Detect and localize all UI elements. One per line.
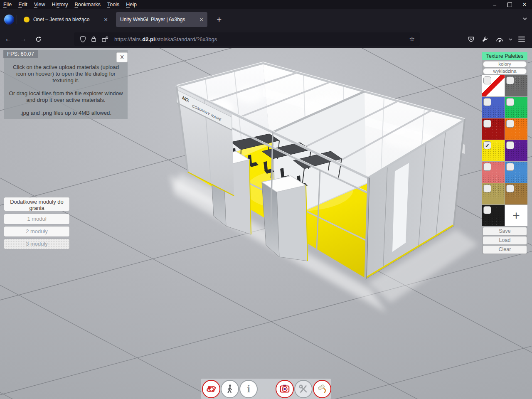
menu-help[interactable]: Help	[123, 0, 140, 9]
close-window-button[interactable]: ×	[517, 0, 532, 9]
walk-mode-button[interactable]	[221, 380, 239, 398]
texture-swatch-dark-red-carpet[interactable]	[482, 118, 505, 140]
modules-header-button[interactable]: Dodatkowe moduły do grania	[4, 197, 69, 211]
paint-roller-icon	[316, 383, 328, 395]
url-text[interactable]: https://fairs.d2.pl/stoiskaStandard/?6x3…	[114, 36, 408, 42]
info-panel-close-button[interactable]: X	[116, 52, 128, 62]
menu-history[interactable]: History	[49, 0, 71, 9]
swatch-checkbox[interactable]	[506, 120, 514, 128]
menu-bookmarks[interactable]: Bookmarks	[71, 0, 104, 9]
pocket-icon[interactable]	[465, 33, 477, 45]
tab-onet[interactable]: Onet – Jesteś na bieżąco ×	[20, 12, 112, 27]
menu-tools[interactable]: Tools	[104, 0, 123, 9]
orbit-mode-button[interactable]	[202, 380, 220, 398]
menu-hamburger-icon[interactable]	[515, 33, 528, 45]
new-tab-button[interactable]: +	[212, 12, 227, 27]
swatch-checkbox[interactable]	[506, 185, 514, 192]
palette-title: Texture Palettes	[482, 52, 527, 60]
info-button[interactable]: i	[239, 380, 258, 398]
info-panel: X Click on the active upload materials (…	[4, 50, 128, 119]
module-button-3[interactable]: 3 moduły	[4, 239, 69, 249]
clear-button[interactable]: Clear	[483, 246, 527, 254]
camera-icon	[279, 383, 291, 395]
swatch-checkbox[interactable]	[506, 98, 514, 106]
tab-close-icon[interactable]: ×	[104, 17, 108, 22]
texture-swatch-green-carpet[interactable]	[505, 97, 527, 118]
swatch-grid: ✓+	[482, 75, 527, 226]
maximize-button[interactable]	[502, 0, 517, 9]
info-text: Or drag local files from the file explor…	[7, 90, 124, 103]
swatch-checkbox[interactable]	[483, 76, 491, 84]
swatch-checkbox[interactable]: ✓	[483, 141, 491, 149]
browser-chrome: FileEditViewHistoryBookmarksToolsHelp – …	[0, 0, 532, 48]
palette-tab-wykladzina[interactable]: wykladzina	[483, 68, 527, 74]
menu-edit[interactable]: Edit	[15, 0, 31, 9]
fps-counter: FPS: 60.07	[3, 50, 38, 58]
tab-unity-webgl[interactable]: Unity WebGL Player | 6x3bgs ×	[116, 12, 207, 27]
navigation-bar: ← → https://fairs.d2.pl/stoiskaStandard/…	[0, 30, 532, 48]
chevron-down-icon[interactable]	[507, 33, 514, 45]
info-icon: i	[247, 384, 250, 394]
texture-swatch-grey-carpet[interactable]	[505, 75, 527, 96]
menu-file[interactable]: File	[0, 0, 15, 9]
tab-close-icon[interactable]: ×	[200, 17, 203, 22]
texture-swatch-khaki-carpet[interactable]	[482, 183, 505, 204]
tools-icon	[298, 383, 309, 395]
menu-bar: FileEditViewHistoryBookmarksToolsHelp – …	[0, 0, 532, 9]
texture-swatch-salmon-carpet[interactable]	[482, 162, 505, 183]
tools-button[interactable]	[294, 380, 313, 398]
menu-view[interactable]: View	[31, 0, 49, 9]
swatch-checkbox[interactable]	[506, 163, 514, 171]
swatch-checkbox[interactable]	[483, 163, 491, 171]
texture-swatch-yellow-carpet[interactable]: ✓	[482, 140, 505, 161]
back-button[interactable]: ←	[2, 33, 15, 45]
texture-swatch-brown-carpet[interactable]	[505, 183, 527, 204]
texture-swatch-add-texture[interactable]: +	[505, 205, 527, 226]
tab-title: Onet – Jesteś na bieżąco	[33, 17, 100, 22]
swatch-checkbox[interactable]	[506, 76, 514, 84]
bottom-toolbar: i	[201, 379, 331, 399]
forward-button[interactable]: →	[17, 33, 30, 45]
bookmark-star-icon[interactable]: ☆	[408, 35, 416, 43]
orbit-icon	[205, 383, 217, 395]
lock-icon[interactable]	[91, 36, 96, 42]
texture-swatch-blue-carpet[interactable]	[482, 97, 505, 118]
reload-button[interactable]	[32, 33, 45, 45]
texture-swatch-light-blue-carpet[interactable]	[505, 162, 527, 183]
texture-swatch-no-texture[interactable]	[482, 75, 505, 96]
module-buttons-panel: Dodatkowe moduły do grania 1 moduł2 modu…	[4, 197, 69, 251]
walk-icon	[224, 384, 235, 394]
info-text: Click on the active upload materials (up…	[7, 64, 124, 84]
swatch-checkbox[interactable]	[506, 141, 514, 149]
texture-swatch-orange-carpet[interactable]	[505, 118, 527, 140]
texture-swatch-black-carpet[interactable]	[482, 205, 505, 226]
shield-icon[interactable]	[80, 36, 86, 43]
tab-separator	[17, 15, 17, 24]
wrench-icon[interactable]	[479, 33, 491, 45]
load-button[interactable]: Load	[483, 236, 527, 244]
list-all-tabs-chevron-icon[interactable]	[522, 16, 528, 23]
module-button-1[interactable]: 1 moduł	[4, 214, 69, 224]
tab-title: Unity WebGL Player | 6x3bgs	[120, 17, 195, 22]
tab-bar: Onet – Jesteś na bieżąco × Unity WebGL P…	[0, 9, 532, 30]
module-button-2[interactable]: 2 moduły	[4, 227, 69, 236]
texture-swatch-purple-carpet[interactable]	[505, 140, 527, 161]
onet-favicon	[24, 17, 30, 22]
screenshot-button[interactable]	[276, 380, 294, 398]
minimize-button[interactable]: –	[487, 0, 502, 9]
window-controls: – ×	[487, 0, 532, 9]
paint-mode-button[interactable]	[313, 380, 331, 398]
swatch-checkbox[interactable]	[483, 206, 491, 214]
firefox-icon	[4, 15, 14, 25]
swatch-checkbox[interactable]	[483, 98, 491, 106]
headset-icon[interactable]	[493, 33, 505, 45]
toolbar-right	[463, 33, 528, 45]
palette-tab-kolory[interactable]: kolory	[483, 61, 527, 67]
swatch-checkbox[interactable]	[483, 120, 491, 128]
info-text: .jpg and .png files up to 4MB allowed.	[7, 110, 124, 116]
url-bar[interactable]: https://fairs.d2.pl/stoiskaStandard/?6x3…	[74, 32, 420, 46]
swatch-checkbox[interactable]	[483, 185, 491, 192]
save-button[interactable]: Save	[483, 227, 527, 235]
maximize-icon	[507, 2, 512, 7]
permissions-icon[interactable]	[101, 36, 108, 42]
